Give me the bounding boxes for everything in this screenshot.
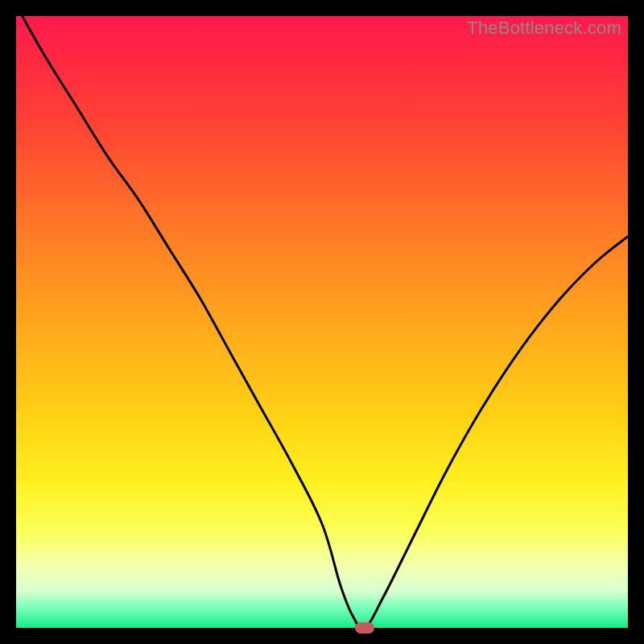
optimum-marker [355, 622, 374, 634]
plot-area: TheBottleneck.com [16, 16, 628, 628]
chart-frame: TheBottleneck.com [0, 0, 644, 644]
curve-path [23, 16, 628, 629]
bottleneck-curve [16, 16, 628, 628]
